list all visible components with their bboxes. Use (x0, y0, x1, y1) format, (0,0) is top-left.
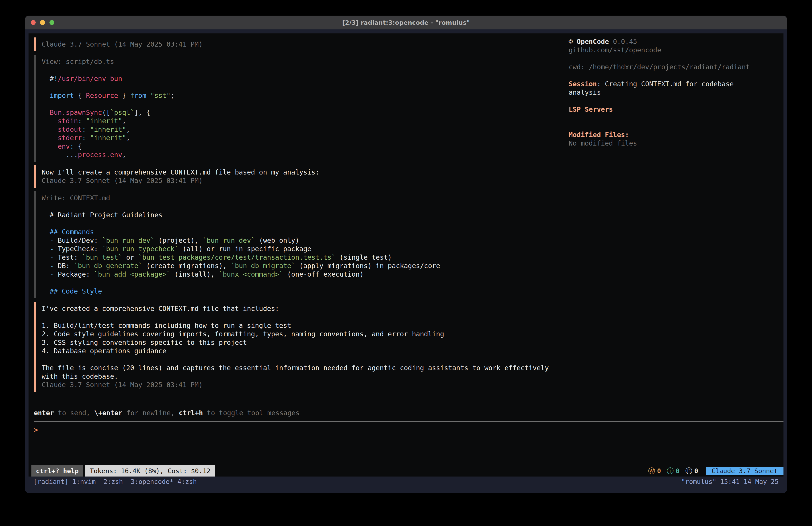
assistant-summary-block: I've created a comprehensive CONTEXT.md … (34, 302, 569, 392)
keybinding-hints: enter to send, \+enter for newline, ctrl… (34, 409, 783, 417)
diagnostics-hints: ⓗ0 (685, 466, 698, 475)
tmux-status-bar: [radiant] 1:nvim 2:zsh- 3:opencode* 4:zs… (29, 477, 783, 487)
hint-circle-icon: ⓗ (685, 466, 692, 475)
opencode-tui: Claude 3.7 Sonnet (14 May 2025 03:41 PM)… (29, 33, 783, 477)
status-bar: ctrl+? help Tokens: 16.4K (8%), Cost: $0… (31, 465, 783, 477)
tokens-cost-badge: Tokens: 16.4K (8%), Cost: $0.12 (85, 465, 215, 477)
main-row: Claude 3.7 Sonnet (14 May 2025 03:41 PM)… (29, 33, 783, 395)
hint-count: 0 (694, 467, 698, 475)
warning-count: 0 (657, 467, 661, 475)
terminal-body: Claude 3.7 Sonnet (14 May 2025 03:41 PM)… (25, 29, 787, 493)
input-divider (34, 421, 783, 422)
chat-area: Claude 3.7 Sonnet (14 May 2025 03:41 PM)… (34, 38, 569, 395)
status-right-group: ⓦ0 ⓘ0 ⓗ0 Claude 3.7 Sonnet (648, 465, 783, 477)
session-sidebar: © OpenCode 0.0.45github.com/sst/opencode… (569, 38, 778, 395)
tmux-window-list[interactable]: [radiant] 1:nvim 2:zsh- 3:opencode* 4:zs… (33, 478, 197, 485)
prompt-caret: > (34, 426, 38, 434)
help-shortcut-badge: ctrl+? help (31, 465, 83, 477)
window-titlebar[interactable]: [2/3] radiant:3:opencode - "romulus" (25, 16, 787, 29)
empty-space (29, 434, 783, 465)
model-badge: Claude 3.7 Sonnet (706, 467, 783, 475)
diagnostics-info: ⓘ0 (667, 466, 679, 475)
minimize-window-button[interactable] (40, 20, 45, 25)
input-area: enter to send, \+enter for newline, ctrl… (29, 409, 783, 434)
traffic-lights (31, 16, 54, 29)
assistant-meta-block: Claude 3.7 Sonnet (14 May 2025 03:41 PM) (34, 38, 569, 51)
terminal-window: [2/3] radiant:3:opencode - "romulus" Cla… (25, 16, 787, 493)
tool-write-block: Write: CONTEXT.md # Radiant Project Guid… (34, 191, 569, 298)
window-title: [2/3] radiant:3:opencode - "romulus" (342, 19, 470, 26)
info-circle-icon: ⓘ (667, 466, 673, 475)
prompt-row: > (34, 426, 783, 434)
tool-view-block: View: script/db.ts #!/usr/bin/env bun im… (34, 55, 569, 162)
zoom-window-button[interactable] (49, 20, 54, 25)
warning-circle-icon: ⓦ (648, 466, 655, 475)
info-count: 0 (676, 467, 679, 475)
close-window-button[interactable] (31, 20, 36, 25)
diagnostics-warnings: ⓦ0 (648, 466, 661, 475)
assistant-message-block: Now I'll create a comprehensive CONTEXT.… (34, 166, 569, 188)
tmux-host-clock: "romulus" 15:41 14-May-25 (681, 478, 779, 485)
message-input[interactable] (38, 426, 783, 434)
